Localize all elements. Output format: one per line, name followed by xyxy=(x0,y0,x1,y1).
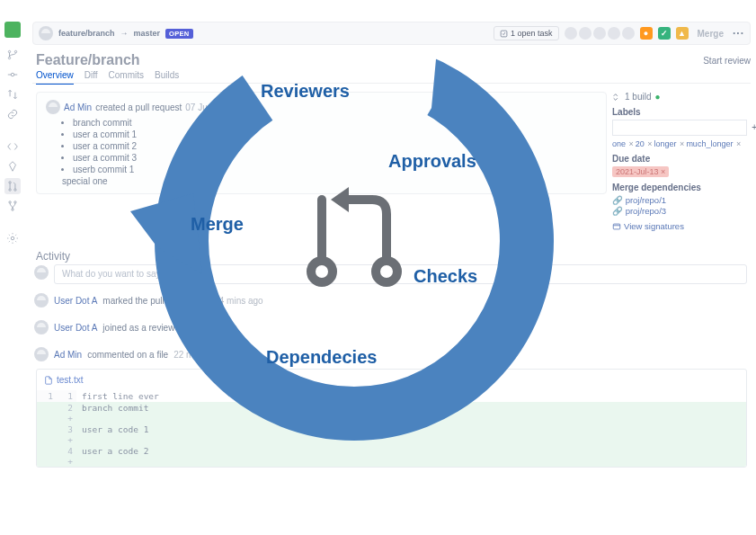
due-date-badge[interactable]: 2021-Jul-13 × xyxy=(612,166,669,177)
pr-header-bar: feature/branch → master OPEN 1 open task… xyxy=(32,22,751,45)
activity-heading: Activity xyxy=(36,250,70,263)
left-nav-rail xyxy=(4,22,24,250)
labels-input[interactable] xyxy=(612,120,747,136)
svg-point-5 xyxy=(9,189,11,191)
due-date-heading: Due date xyxy=(612,154,747,164)
diff-file-header[interactable]: test.txt xyxy=(37,370,746,390)
pulls-icon[interactable] xyxy=(4,86,21,103)
svg-point-0 xyxy=(8,50,10,52)
fork-icon[interactable] xyxy=(4,198,21,214)
created-date: 07 Jun 2020 xyxy=(185,103,235,112)
diamond-icon[interactable] xyxy=(4,158,21,174)
activity-action: commented on a file xyxy=(87,350,168,360)
source-branch[interactable]: feature/branch xyxy=(58,29,115,38)
svg-point-10 xyxy=(11,236,14,240)
comment-input[interactable]: What do you want to say? xyxy=(54,264,747,284)
builds-count: 1 build xyxy=(625,92,651,102)
activity-user[interactable]: User Dot A xyxy=(54,296,97,306)
commit-item: branch commit xyxy=(73,118,597,128)
svg-point-9 xyxy=(12,209,13,210)
link-icon[interactable] xyxy=(4,106,21,122)
start-review-button[interactable]: Start review xyxy=(703,56,751,66)
app-switcher-icon[interactable] xyxy=(4,22,21,38)
svg-point-3 xyxy=(11,73,14,76)
svg-point-2 xyxy=(14,50,16,52)
commit-item: userb commit 1 xyxy=(73,165,597,174)
label-chip[interactable]: longer × xyxy=(654,139,685,148)
diff-body: 11first line ever 2 +branch commit 3 +us… xyxy=(37,390,746,467)
pr-state-badge: OPEN xyxy=(165,29,192,39)
activity-user[interactable]: Ad Min xyxy=(54,350,82,360)
activity-item: User Dot A marked the pull request as 14… xyxy=(34,293,747,308)
avatar-icon xyxy=(46,100,60,114)
svg-point-4 xyxy=(9,182,11,183)
avatar-icon xyxy=(34,320,49,334)
activity-time: 14 mins ago xyxy=(214,296,262,306)
activity-item: User Dot A joined as a reviewer 17 mins … xyxy=(34,320,747,334)
view-signatures-link[interactable]: View signatures xyxy=(612,221,747,231)
svg-point-6 xyxy=(14,189,16,191)
commit-item: user a commit 3 xyxy=(73,153,597,163)
status-warning-icon[interactable]: ▲ xyxy=(676,27,689,40)
more-actions-icon[interactable]: ··· xyxy=(733,27,744,40)
label-chip[interactable]: much_longer × xyxy=(686,139,741,148)
merge-button[interactable]: Merge xyxy=(694,27,727,40)
diff-filename: test.txt xyxy=(57,375,83,385)
description-panel: Ad Min created a pull request 07 Jun 202… xyxy=(36,92,607,194)
pr-nav-icon[interactable] xyxy=(4,178,21,194)
open-tasks-label: 1 open task xyxy=(511,29,553,38)
activity-action: marked the pull request as xyxy=(102,296,209,306)
commits-icon[interactable] xyxy=(4,67,21,83)
labels-list: one × 20 × longer × much_longer × xyxy=(612,139,747,148)
target-branch[interactable]: master xyxy=(134,29,161,38)
dependency-link[interactable]: 🔗 proj/repo/1 xyxy=(612,195,747,205)
settings-icon[interactable] xyxy=(4,230,21,246)
open-tasks-chip[interactable]: 1 open task xyxy=(494,26,559,40)
svg-point-8 xyxy=(14,201,16,203)
activity-item: Ad Min commented on a file 22 mins ago xyxy=(34,347,747,361)
comment-avatar xyxy=(34,265,49,280)
commit-item: user a commit 1 xyxy=(73,129,597,139)
author-link[interactable]: Ad Min xyxy=(64,103,92,112)
svg-point-1 xyxy=(8,57,10,58)
diff-panel: test.txt 11first line ever 2 +branch com… xyxy=(36,369,747,468)
created-action: created a pull request xyxy=(95,103,182,112)
reviewers-avatars[interactable] xyxy=(565,27,635,40)
pr-title: Feature/branch xyxy=(36,52,140,68)
deps-heading: Merge dependencies xyxy=(612,183,747,192)
commit-item: user a commit 2 xyxy=(73,141,597,151)
svg-point-7 xyxy=(9,201,11,203)
labels-heading: Labels xyxy=(612,107,747,117)
builds-summary[interactable]: 1 build ● xyxy=(612,92,747,102)
source-icon[interactable] xyxy=(4,138,21,155)
branch-arrow-icon: → xyxy=(120,29,129,38)
description-footer: special one xyxy=(62,176,597,186)
svg-rect-12 xyxy=(613,224,620,229)
status-needs-work-icon[interactable]: ● xyxy=(640,27,653,40)
status-approved-icon[interactable]: ✓ xyxy=(658,27,671,40)
branch-icon[interactable] xyxy=(4,47,21,63)
dependency-link[interactable]: 🔗 proj/repo/3 xyxy=(612,206,747,216)
label-chip[interactable]: 20 × xyxy=(636,139,653,148)
activity-time: 17 mins ago xyxy=(188,323,236,333)
author-avatar[interactable] xyxy=(39,26,53,40)
avatar-icon xyxy=(34,293,49,308)
commits-list: branch commit user a commit 1 user a com… xyxy=(73,118,597,174)
label-chip[interactable]: one × xyxy=(612,139,634,148)
activity-user[interactable]: User Dot A xyxy=(54,323,97,333)
activity-action: joined as a reviewer xyxy=(102,323,182,333)
right-sidebar: 1 build ● Labels one × 20 × longer × muc… xyxy=(612,92,747,231)
avatar-icon xyxy=(34,347,49,361)
activity-time: 22 mins ago xyxy=(173,350,222,360)
